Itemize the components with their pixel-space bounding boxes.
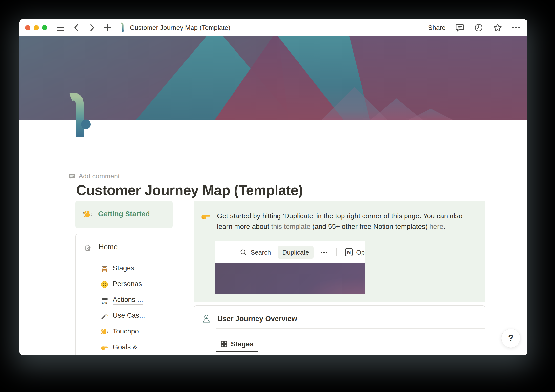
screenshot-toolbar: Search Duplicate N Op [215, 241, 365, 263]
nav-item-actions[interactable]: END Actions ... [76, 292, 171, 308]
divider [216, 328, 485, 329]
nav-item-use-cases[interactable]: Use Cas... [76, 308, 171, 324]
svg-text:END: END [102, 301, 107, 304]
getting-started-link[interactable]: Getting Started [98, 210, 150, 219]
comment-bubble-icon [68, 173, 75, 180]
this-template-link[interactable]: this template [271, 223, 310, 231]
end-arrow-emoji-icon: END [100, 296, 108, 304]
page-title[interactable]: Customer Journey Map (Template) [76, 182, 303, 198]
close-window-button[interactable] [25, 25, 30, 30]
page-icon-logo[interactable] [67, 92, 91, 139]
sidebar-menu-icon[interactable] [57, 25, 64, 31]
tab-stages-label: Stages [231, 340, 254, 348]
divider [98, 257, 163, 257]
minimize-window-button[interactable] [34, 25, 39, 30]
titlebar-page-title: Customer Journey Map (Template) [130, 24, 230, 32]
magic-wand-emoji-icon [100, 312, 108, 320]
home-row[interactable]: Home [84, 243, 118, 252]
tab-stages[interactable]: Stages [216, 337, 258, 352]
titlebar: Customer Journey Map (Template) Share [19, 19, 527, 36]
view-tab-strip: Stages [216, 335, 485, 352]
nav-item-personas[interactable]: Personas [76, 276, 171, 292]
navigation-card: Home Stages Personas [75, 234, 171, 355]
overview-card-title[interactable]: User Journey Overview [217, 315, 297, 323]
screenshot-open-label: Op [356, 249, 365, 256]
help-button[interactable]: ? [501, 329, 520, 348]
nav-item-stages[interactable]: Stages [76, 261, 171, 276]
comments-icon[interactable] [455, 23, 464, 32]
duplicate-instruction-screenshot: Search Duplicate N Op [215, 241, 365, 294]
search-icon [240, 249, 247, 256]
nav-item-goals[interactable]: Goals & ... [76, 340, 171, 355]
point-right-emoji-icon [201, 212, 212, 221]
page-favicon-logo-icon [119, 22, 125, 33]
screenshot-search-label: Search [251, 249, 271, 256]
share-button[interactable]: Share [428, 24, 445, 32]
zoom-window-button[interactable] [42, 25, 47, 30]
desktop-background: Customer Journey Map (Template) Share [0, 0, 555, 392]
screenshot-more-icon [321, 252, 328, 253]
wave-emoji-icon [83, 210, 93, 219]
home-icon [84, 243, 92, 252]
forward-icon[interactable] [88, 23, 96, 32]
wave-emoji-icon [100, 328, 108, 336]
person-triangle-logo-icon [202, 314, 211, 323]
callout-text-segment: (and 55+ other free Notion templates) [310, 223, 429, 230]
more-options-icon[interactable] [512, 27, 520, 29]
new-tab-icon[interactable] [103, 23, 112, 32]
home-link[interactable]: Home [99, 243, 118, 252]
getting-started-callout: Get started by hitting ‘Duplicate’ in th… [194, 201, 485, 302]
callout-text-segment: . [443, 223, 445, 230]
notion-window: Customer Journey Map (Template) Share [19, 19, 527, 355]
screenshot-purple-cover [215, 263, 365, 294]
here-link[interactable]: here [429, 223, 443, 231]
notion-logo-icon: N [345, 248, 353, 256]
divider [336, 248, 337, 256]
ladder-emoji-icon [100, 265, 108, 273]
favorite-star-icon[interactable] [493, 23, 502, 32]
nav-item-touchpoints[interactable]: Touchpo... [76, 324, 171, 340]
cover-image[interactable] [19, 36, 527, 120]
point-right-emoji-icon [100, 344, 108, 352]
back-icon[interactable] [73, 23, 80, 32]
getting-started-card[interactable]: Getting Started [75, 201, 173, 228]
callout-paragraph: Get started by hitting ‘Duplicate’ in th… [217, 211, 479, 232]
screenshot-duplicate-button: Duplicate [278, 246, 313, 259]
user-journey-overview-card: User Journey Overview Stages [194, 305, 485, 355]
smiley-emoji-icon [100, 280, 108, 289]
history-clock-icon[interactable] [474, 23, 483, 32]
grid-view-icon [220, 340, 228, 348]
add-comment-label: Add comment [79, 173, 120, 180]
add-comment-button[interactable]: Add comment [68, 173, 120, 180]
